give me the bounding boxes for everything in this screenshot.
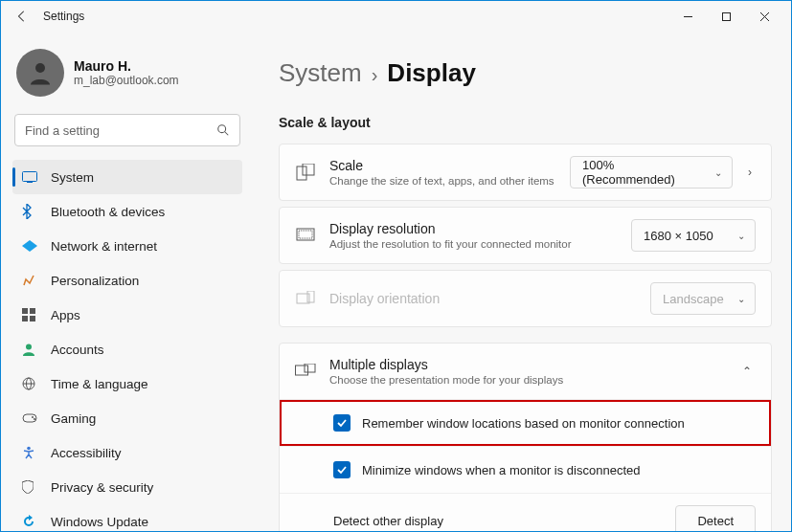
user-profile[interactable]: Mauro H. m_lab@outlook.com (12, 45, 242, 110)
svg-rect-17 (23, 414, 36, 422)
nav-item-accessibility[interactable]: Accessibility (12, 435, 242, 470)
scale-title: Scale (329, 158, 556, 173)
minimize-checkbox[interactable] (333, 461, 351, 478)
bluetooth-icon (22, 204, 39, 219)
network-icon (22, 240, 39, 252)
nav-item-bluetooth[interactable]: Bluetooth & devices (12, 194, 242, 229)
nav-label: Privacy & security (51, 480, 153, 495)
resolution-row[interactable]: Display resolution Adjust the resolution… (279, 207, 772, 264)
svg-rect-7 (23, 172, 37, 182)
svg-rect-1 (722, 12, 730, 20)
resolution-title: Display resolution (329, 221, 618, 236)
chevron-up-icon[interactable]: ⌃ (735, 365, 756, 378)
svg-point-20 (27, 447, 31, 451)
scale-select[interactable]: 100% (Recommended) ⌄ (570, 156, 733, 188)
nav-item-apps[interactable]: Apps (12, 298, 242, 332)
main-content: System › Display Scale & layout Scale Ch… (250, 32, 791, 531)
accounts-icon (22, 343, 39, 356)
system-icon (22, 171, 39, 183)
multiple-displays-desc: Choose the presentation mode for your di… (329, 374, 721, 386)
detect-button[interactable]: Detect (675, 505, 756, 531)
svg-rect-12 (30, 316, 35, 321)
nav-label: System (51, 170, 94, 185)
window-title: Settings (43, 10, 84, 23)
chevron-right-icon[interactable]: › (740, 166, 756, 179)
remember-locations-row[interactable]: Remember window locations based on monit… (280, 400, 771, 446)
multiple-displays-title: Multiple displays (329, 357, 721, 372)
breadcrumb-separator-icon: › (372, 64, 378, 86)
resolution-icon (295, 228, 316, 243)
multiple-displays-row[interactable]: Multiple displays Choose the presentatio… (280, 344, 771, 399)
svg-rect-26 (307, 291, 314, 302)
sidebar: Mauro H. m_lab@outlook.com Find a settin… (1, 32, 250, 531)
svg-rect-24 (299, 231, 312, 238)
svg-line-6 (225, 132, 229, 136)
nav-item-windows-update[interactable]: Windows Update (12, 504, 242, 532)
avatar (16, 49, 64, 97)
search-placeholder: Find a setting (25, 123, 216, 138)
nav-item-gaming[interactable]: Gaming (12, 401, 242, 435)
scale-row[interactable]: Scale Change the size of text, apps, and… (279, 144, 772, 201)
resolution-select[interactable]: 1680 × 1050 ⌄ (631, 219, 756, 252)
svg-rect-10 (30, 308, 35, 314)
detect-display-row: Detect other display Detect (280, 494, 771, 531)
nav-list: System Bluetooth & devices Network & int… (12, 160, 242, 532)
svg-rect-22 (303, 164, 314, 175)
nav-label: Bluetooth & devices (51, 205, 165, 219)
nav-label: Personalization (51, 274, 139, 288)
nav-item-accounts[interactable]: Accounts (12, 332, 242, 366)
svg-rect-21 (297, 166, 306, 180)
minimize-button[interactable] (668, 3, 707, 30)
nav-item-time-language[interactable]: Time & language (12, 366, 242, 401)
svg-point-19 (34, 418, 35, 420)
back-button[interactable] (9, 10, 35, 23)
nav-label: Time & language (51, 377, 148, 391)
nav-item-system[interactable]: System (12, 160, 242, 194)
accessibility-icon (22, 446, 39, 459)
nav-label: Apps (51, 308, 80, 322)
orientation-row: Display orientation Landscape ⌄ (279, 270, 772, 327)
maximize-button[interactable] (707, 3, 745, 30)
user-name: Mauro H. (74, 58, 179, 74)
svg-rect-27 (296, 366, 308, 375)
nav-label: Windows Update (51, 515, 148, 529)
svg-rect-28 (305, 364, 315, 372)
search-input[interactable]: Find a setting (14, 114, 240, 146)
close-button[interactable] (745, 3, 783, 30)
nav-item-personalization[interactable]: Personalization (12, 263, 242, 298)
minimize-label: Minimize windows when a monitor is disco… (362, 463, 640, 477)
gaming-icon (22, 412, 39, 424)
nav-item-privacy[interactable]: Privacy & security (12, 470, 242, 504)
apps-icon (22, 308, 39, 321)
remember-label: Remember window locations based on monit… (362, 416, 685, 431)
update-icon (22, 515, 39, 528)
detect-label: Detect other display (333, 514, 664, 528)
svg-point-18 (32, 416, 34, 418)
orientation-select: Landscape ⌄ (650, 282, 756, 315)
user-email: m_lab@outlook.com (74, 74, 179, 87)
remember-checkbox[interactable] (333, 414, 351, 432)
svg-point-5 (218, 125, 226, 133)
chevron-down-icon: ⌄ (737, 231, 745, 241)
personalization-icon (22, 274, 39, 287)
nav-label: Network & internet (51, 239, 157, 254)
resolution-desc: Adjust the resolution to fit your connec… (329, 238, 618, 250)
scale-icon (295, 164, 316, 181)
svg-point-13 (26, 344, 32, 350)
multiple-displays-group: Multiple displays Choose the presentatio… (279, 343, 772, 531)
section-title: Scale & layout (279, 115, 772, 130)
orientation-icon (295, 291, 316, 306)
svg-rect-9 (22, 308, 28, 314)
svg-rect-11 (22, 316, 28, 321)
breadcrumb-root[interactable]: System (279, 58, 362, 88)
minimize-windows-row[interactable]: Minimize windows when a monitor is disco… (280, 447, 771, 493)
search-icon (216, 123, 230, 137)
nav-item-network[interactable]: Network & internet (12, 229, 242, 263)
privacy-icon (22, 480, 39, 494)
chevron-down-icon: ⌄ (737, 294, 745, 304)
nav-label: Accessibility (51, 446, 122, 460)
svg-point-4 (35, 63, 45, 73)
displays-icon (295, 364, 316, 379)
scale-desc: Change the size of text, apps, and other… (329, 175, 556, 187)
time-icon (22, 377, 39, 390)
